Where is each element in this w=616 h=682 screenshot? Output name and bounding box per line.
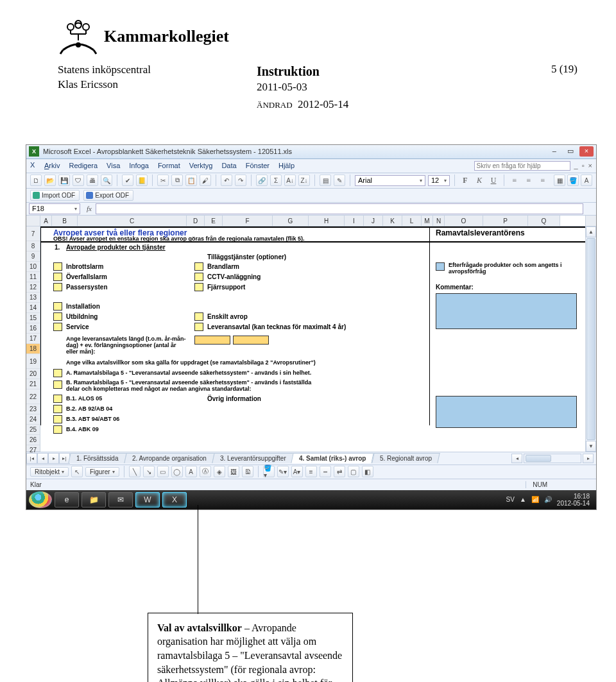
checkbox-b3[interactable]	[53, 415, 62, 423]
formula-input[interactable]	[96, 203, 583, 214]
underline-button[interactable]: U	[488, 175, 499, 186]
hyperlink-icon[interactable]: 🔗	[256, 175, 268, 186]
taskbar-ie-icon[interactable]: e	[55, 492, 79, 507]
doc-minimize-button[interactable]: _	[574, 162, 578, 169]
menu-visa[interactable]: Visa	[107, 162, 120, 169]
checkbox-cctv[interactable]	[194, 273, 203, 281]
bold-button[interactable]: F	[459, 175, 471, 186]
checkbox-opt-b[interactable]	[53, 380, 62, 389]
line-color-icon[interactable]: ✎▾	[277, 466, 289, 477]
checkbox-overfallslarm[interactable]	[53, 273, 62, 281]
clipart-icon[interactable]: 🖼	[228, 466, 239, 477]
checkbox-b4[interactable]	[53, 425, 62, 434]
select-all-corner[interactable]	[26, 216, 40, 226]
menu-verktyg[interactable]: Verktyg	[189, 162, 213, 169]
close-button[interactable]: ×	[579, 146, 594, 157]
open-icon[interactable]: 📂	[44, 175, 56, 186]
tray-sound-icon[interactable]: 🔊	[544, 496, 552, 503]
export-odf-button[interactable]: Export ODF	[83, 190, 133, 201]
taskbar-outlook-icon[interactable]: ✉	[108, 492, 133, 507]
arrow-icon[interactable]: ↘	[143, 466, 155, 477]
paste-icon[interactable]: 📋	[185, 175, 197, 186]
spelling-icon[interactable]: ✔	[122, 175, 133, 186]
line-icon[interactable]: ╲	[129, 466, 141, 477]
fill-color-icon[interactable]: 🪣	[567, 175, 579, 186]
checkbox-installation[interactable]	[53, 302, 62, 311]
drawing-toolbar-icon[interactable]: ✎	[334, 175, 345, 186]
3d-icon[interactable]: ◧	[362, 466, 373, 477]
fill-color-shape-icon[interactable]: 🪣▾	[263, 466, 275, 477]
font-color-icon[interactable]: A	[581, 175, 592, 186]
checkbox-b1[interactable]	[53, 395, 62, 403]
ovrig-info-field[interactable]	[436, 396, 577, 428]
sheet-tab-2[interactable]: 2. Avropande organisation	[124, 453, 214, 463]
lev-input-2[interactable]	[233, 336, 269, 345]
font-name-select[interactable]: Arial▾	[355, 175, 425, 186]
tab-prev-icon[interactable]: ◂	[37, 453, 48, 464]
horizontal-scrollbar[interactable]: ◂ ▸	[439, 454, 596, 463]
column-headers[interactable]: AB CD EF GH IJ KL MN OP Q	[40, 216, 585, 226]
name-box[interactable]: F18▾	[29, 203, 80, 214]
menu-data[interactable]: Data	[221, 162, 236, 169]
tray-lang[interactable]: SV	[506, 496, 515, 503]
ritobjekt-menu[interactable]: Ritobjekt ▾	[30, 467, 69, 477]
minimize-button[interactable]: –	[547, 146, 561, 157]
scroll-thumb[interactable]	[586, 238, 595, 440]
maximize-button[interactable]: ▭	[563, 146, 578, 157]
format-painter-icon[interactable]: 🖌	[200, 175, 211, 186]
figurer-menu[interactable]: Figurer ▾	[85, 467, 119, 477]
picture-icon[interactable]: 🖻	[242, 466, 253, 477]
fx-icon[interactable]: fx	[87, 205, 92, 212]
print-icon[interactable]: 🖶	[87, 175, 98, 186]
checkbox-utbildning[interactable]	[53, 312, 62, 321]
menu-redigera[interactable]: Redigera	[69, 162, 98, 169]
redo-icon[interactable]: ↷	[235, 175, 246, 186]
checkbox-fjarrsupport[interactable]	[194, 283, 203, 291]
hscroll-right-icon[interactable]: ▸	[583, 454, 594, 463]
row-headers[interactable]: 7 8 9 10 11 12 13 14 15 16 17 18 19 20 2…	[26, 226, 40, 452]
save-icon[interactable]: 💾	[58, 175, 70, 186]
tray-flag-icon[interactable]: ▲	[520, 496, 526, 503]
menu-fonster[interactable]: Fönster	[246, 162, 270, 169]
menu-format[interactable]: Format	[158, 162, 180, 169]
sheet-tab-5[interactable]: 5. Regionalt avrop	[372, 453, 440, 463]
new-icon[interactable]: 🗋	[30, 175, 42, 186]
sheet-tab-4[interactable]: 4. Samlat (riks-) avrop	[291, 453, 375, 463]
taskbar-word-icon[interactable]: W	[135, 492, 160, 507]
diagram-icon[interactable]: ◈	[214, 466, 225, 477]
undo-icon[interactable]: ↶	[221, 175, 232, 186]
wordart-icon[interactable]: Ⓐ	[200, 466, 211, 477]
sheet-tab-1[interactable]: 1. Försättssida	[68, 453, 126, 463]
start-button[interactable]	[29, 491, 52, 508]
taskbar-excel-icon[interactable]: X	[162, 492, 187, 507]
tab-next-icon[interactable]: ▸	[48, 453, 59, 464]
oval-icon[interactable]: ◯	[171, 466, 183, 477]
checkbox-b2[interactable]	[53, 405, 62, 413]
rectangle-icon[interactable]: ▭	[157, 466, 169, 477]
sort-desc-icon[interactable]: Z↓	[298, 175, 310, 186]
copy-icon[interactable]: ⧉	[171, 175, 183, 186]
scroll-down-icon[interactable]: ▼	[586, 441, 596, 452]
taskbar-explorer-icon[interactable]: 📁	[81, 492, 106, 507]
print-preview-icon[interactable]: 🔍	[101, 175, 112, 186]
italic-button[interactable]: K	[474, 175, 485, 186]
borders-icon[interactable]: ▦	[554, 175, 565, 186]
tray-clock[interactable]: 16:18 2012-05-14	[557, 493, 590, 507]
help-search-input[interactable]	[474, 161, 570, 171]
checkbox-service[interactable]	[53, 323, 62, 331]
tab-first-icon[interactable]: |◂	[26, 453, 37, 464]
arrow-style-icon[interactable]: ⇄	[334, 466, 345, 477]
sheet-tab-3[interactable]: 3. Leverantörsuppgifter	[212, 453, 294, 463]
checkbox-opt-a[interactable]	[53, 369, 62, 377]
hscroll-left-icon[interactable]: ◂	[511, 454, 522, 463]
align-left-icon[interactable]: ≡	[509, 175, 520, 186]
kommentar-field[interactable]	[436, 293, 577, 329]
textbox-icon[interactable]: A	[185, 466, 197, 477]
hscroll-thumb[interactable]	[526, 455, 551, 462]
cut-icon[interactable]: ✂	[157, 175, 169, 186]
research-icon[interactable]: 📒	[136, 175, 148, 186]
dash-style-icon[interactable]: ┅	[320, 466, 331, 477]
workbook-icon[interactable]: X	[30, 161, 39, 170]
checkbox-brandlarm[interactable]	[194, 262, 203, 271]
font-size-select[interactable]: 12▾	[428, 175, 450, 186]
